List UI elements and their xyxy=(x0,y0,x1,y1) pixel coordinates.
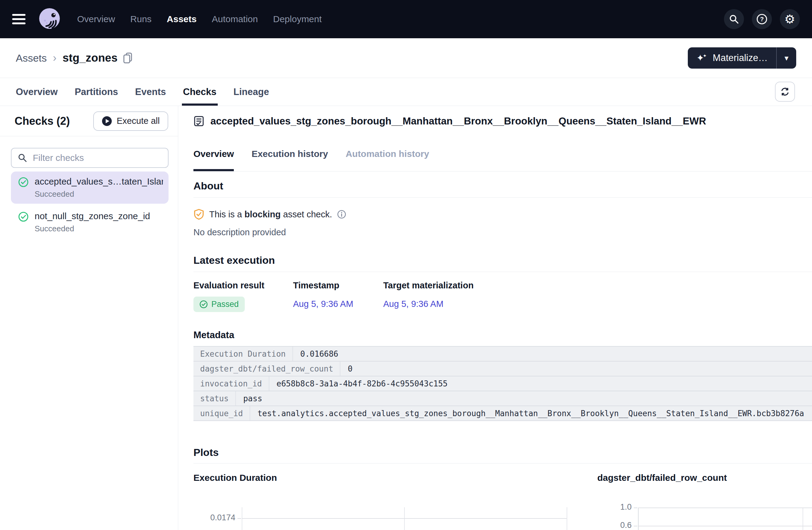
settings-button[interactable]: ⚙ xyxy=(780,9,800,29)
target-materialization-link[interactable]: Aug 5, 9:36 AM xyxy=(383,299,443,309)
materialize-label: Materialize… xyxy=(713,53,768,63)
copy-icon xyxy=(123,52,133,64)
refresh-icon xyxy=(780,86,791,97)
subtab-overview[interactable]: Overview xyxy=(193,136,234,171)
nav-item-overview[interactable]: Overview xyxy=(77,14,115,24)
subtab-execution-history[interactable]: Execution history xyxy=(251,136,328,171)
table-row: Execution Duration 0.016686 xyxy=(193,347,812,362)
passed-badge: Passed xyxy=(193,297,245,312)
check-subtabs: Overview Execution history Automation hi… xyxy=(193,136,812,172)
nav-item-automation[interactable]: Automation xyxy=(212,14,258,24)
breadcrumb-asset-name: stg_zones xyxy=(62,51,117,64)
metadata-key: invocation_id xyxy=(193,377,269,391)
tab-checks[interactable]: Checks xyxy=(183,78,217,106)
nav-item-assets[interactable]: Assets xyxy=(167,14,197,24)
gridline xyxy=(802,507,803,530)
subtab-automation-history[interactable]: Automation history xyxy=(346,136,429,171)
breadcrumb-assets-link[interactable]: Assets xyxy=(16,52,47,64)
checks-count-title: Checks (2) xyxy=(15,115,70,128)
col-evaluation-result: Evaluation result xyxy=(193,280,293,291)
refresh-button[interactable] xyxy=(775,82,795,102)
search-button[interactable] xyxy=(724,9,744,29)
col-target-materialization: Target materialization xyxy=(383,280,474,291)
svg-text:?: ? xyxy=(760,16,764,23)
axis-tick xyxy=(237,518,241,519)
table-row: dagster_dbt/failed_row_count 0 xyxy=(193,362,812,377)
gear-icon: ⚙ xyxy=(784,13,795,25)
gridline xyxy=(242,518,567,519)
metadata-heading: Metadata xyxy=(193,330,812,341)
top-nav: Overview Runs Assets Automation Deployme… xyxy=(0,0,812,38)
col-timestamp: Timestamp xyxy=(293,280,383,291)
asset-tabs: Overview Partitions Events Checks Lineag… xyxy=(0,78,812,106)
chart-title-execution-duration: Execution Duration xyxy=(193,473,277,483)
check-status: Succeeded xyxy=(34,189,163,199)
execute-all-button[interactable]: Execute all xyxy=(93,112,168,131)
metadata-key: dagster_dbt/failed_row_count xyxy=(193,362,340,376)
check-success-icon xyxy=(18,177,29,187)
check-list-item[interactable]: not_null_stg_zones_zone_id Succeeded xyxy=(11,206,169,238)
materialize-button[interactable]: ✦✦ Materialize… xyxy=(688,47,776,69)
info-icon[interactable] xyxy=(337,210,346,219)
check-status: Succeeded xyxy=(34,224,150,233)
metadata-value: 0 xyxy=(340,362,812,376)
check-list-item[interactable]: accepted_values_s…taten_Island_ Succeede… xyxy=(11,172,169,204)
check-detail-pane: accepted_values_stg_zones_borough__Manha… xyxy=(178,106,812,530)
gridline xyxy=(638,507,812,508)
gridline xyxy=(638,526,812,526)
sparkle-icon: ✦✦ xyxy=(696,53,708,63)
latest-execution-heading: Latest execution xyxy=(193,254,812,266)
search-icon xyxy=(729,14,739,24)
execute-all-label: Execute all xyxy=(117,116,160,126)
metadata-key: Execution Duration xyxy=(193,347,293,361)
asset-check-icon xyxy=(193,116,204,127)
metadata-key: status xyxy=(193,391,236,406)
materialize-split-button: ✦✦ Materialize… ▾ xyxy=(688,47,796,69)
metadata-value: 0.016686 xyxy=(293,347,812,361)
check-success-icon xyxy=(18,211,29,222)
check-name: not_null_stg_zones_zone_id xyxy=(34,211,150,221)
play-icon xyxy=(102,116,112,126)
nav-item-runs[interactable]: Runs xyxy=(130,14,151,24)
hamburger-menu-icon[interactable] xyxy=(12,14,26,24)
axis-tick xyxy=(634,507,637,508)
tab-overview[interactable]: Overview xyxy=(16,78,58,106)
primary-nav: Overview Runs Assets Automation Deployme… xyxy=(77,14,322,24)
metadata-table: Execution Duration 0.016686 dagster_dbt/… xyxy=(193,346,812,421)
section-divider xyxy=(193,463,812,463)
materialize-dropdown-button[interactable]: ▾ xyxy=(776,47,796,69)
dagster-logo[interactable] xyxy=(38,7,61,31)
table-row: invocation_id e658b8c8-3a1a-4b4f-82b6-4c… xyxy=(193,377,812,391)
metadata-value: pass xyxy=(236,391,812,406)
caret-down-icon: ▾ xyxy=(784,54,788,63)
check-name: accepted_values_s…taten_Island_ xyxy=(34,176,163,187)
y-tick-label: 1.0 xyxy=(597,502,632,512)
gridline xyxy=(638,507,639,530)
timestamp-link[interactable]: Aug 5, 9:36 AM xyxy=(293,299,353,309)
about-heading: About xyxy=(193,180,812,192)
metadata-value: test.analytics.accepted_values_stg_zones… xyxy=(250,406,812,421)
blocking-note: This is a blocking asset check. xyxy=(209,209,332,219)
check-success-icon xyxy=(200,300,208,308)
chevron-right-icon: › xyxy=(53,51,57,64)
nav-item-deployment[interactable]: Deployment xyxy=(273,14,322,24)
gridline xyxy=(567,507,567,530)
metadata-value: e658b8c8-3a1a-4b4f-82b6-4c955043c155 xyxy=(269,377,812,391)
no-description-text: No description provided xyxy=(193,227,812,237)
check-title: accepted_values_stg_zones_borough__Manha… xyxy=(211,115,706,127)
help-button[interactable]: ? xyxy=(752,9,772,29)
shield-check-icon xyxy=(193,208,204,220)
copy-button[interactable] xyxy=(123,52,133,64)
checks-sidebar: Checks (2) Execute all xyxy=(0,106,178,530)
passed-label: Passed xyxy=(211,299,239,309)
tab-partitions[interactable]: Partitions xyxy=(75,78,118,106)
y-tick-label: 0.0174 xyxy=(193,513,235,522)
plots-area: Execution Duration 0.0174 dagster_dbt/fa… xyxy=(193,473,812,530)
help-icon: ? xyxy=(756,13,768,25)
filter-checks-input[interactable] xyxy=(11,148,169,168)
axis-tick xyxy=(634,526,637,526)
tab-lineage[interactable]: Lineage xyxy=(233,78,269,106)
metadata-key: unique_id xyxy=(193,406,250,421)
tab-events[interactable]: Events xyxy=(135,78,166,106)
search-icon xyxy=(18,153,27,164)
